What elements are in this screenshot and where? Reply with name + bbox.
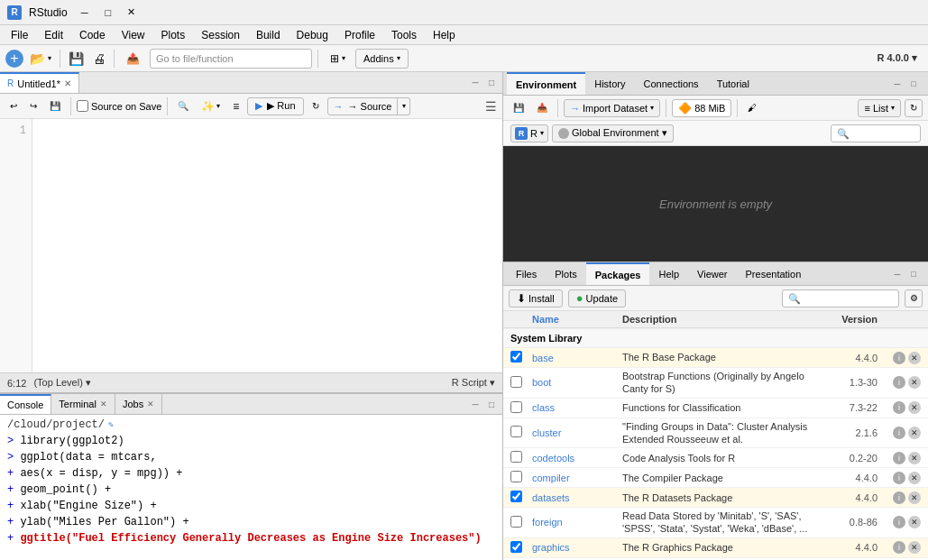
pkg-name-boot[interactable]: boot: [532, 377, 622, 388]
editor-tab-untitled1[interactable]: R Untitled1* ✕: [0, 72, 79, 93]
undo-button[interactable]: ↩: [5, 97, 22, 115]
menu-profile[interactable]: Profile: [337, 27, 382, 43]
addins-button[interactable]: Addins ▾: [355, 49, 409, 69]
close-button[interactable]: ✕: [122, 5, 142, 21]
env-load-button[interactable]: 📥: [532, 99, 552, 117]
magic-button[interactable]: ✨ ▾: [197, 97, 225, 115]
pkg-name-class[interactable]: class: [532, 402, 622, 413]
pkg-checkbox-cluster[interactable]: [510, 426, 522, 437]
menu-code[interactable]: Code: [72, 27, 113, 43]
console-tab-console[interactable]: Console: [0, 394, 51, 414]
pkg-checkbox-base[interactable]: [510, 351, 522, 363]
console-tab-jobs[interactable]: Jobs ✕: [115, 394, 162, 414]
maximize-button[interactable]: □: [98, 5, 118, 21]
redo-button[interactable]: ↪: [25, 97, 41, 115]
minimize-button[interactable]: ─: [75, 5, 95, 21]
terminal-tab-close[interactable]: ✕: [100, 399, 107, 409]
pkg-checkbox-compiler[interactable]: [510, 471, 522, 482]
editor-save-button[interactable]: 💾: [45, 97, 65, 115]
source-button[interactable]: → → Source: [327, 97, 399, 115]
source-dropdown[interactable]: ▾: [398, 97, 410, 115]
editor-menu-button[interactable]: ☰: [485, 99, 497, 114]
menu-view[interactable]: View: [115, 27, 152, 43]
pkg-name-compiler[interactable]: compiler: [532, 473, 622, 483]
menu-debug[interactable]: Debug: [289, 27, 335, 43]
pkg-del-btn-graphics[interactable]: ✕: [908, 541, 921, 554]
pkg-del-btn-compiler[interactable]: ✕: [908, 472, 921, 484]
pkg-name-graphics[interactable]: graphics: [532, 542, 622, 553]
editor-tab-close[interactable]: ✕: [64, 78, 71, 88]
pkg-checkbox-boot[interactable]: [510, 376, 522, 388]
tab-files[interactable]: Files: [507, 262, 546, 285]
pkg-info-btn-codetools[interactable]: i: [893, 452, 905, 464]
format-button[interactable]: ≡: [228, 97, 243, 115]
env-minimize-btn[interactable]: ─: [890, 77, 905, 91]
search-button[interactable]: 🔍: [173, 97, 193, 115]
pkg-del-btn-boot[interactable]: ✕: [908, 376, 921, 389]
pkg-info-btn-cluster[interactable]: i: [893, 427, 905, 439]
tab-maximize-btn[interactable]: □: [484, 76, 499, 90]
pkg-info-btn-compiler[interactable]: i: [893, 472, 905, 484]
console-tab-terminal[interactable]: Terminal ✕: [51, 394, 115, 414]
source-on-save-checkbox[interactable]: [77, 100, 88, 112]
pkg-del-btn-class[interactable]: ✕: [908, 401, 921, 414]
pkg-settings-button[interactable]: ⚙: [905, 289, 923, 308]
pkg-info-btn-class[interactable]: i: [893, 401, 905, 414]
pkg-info-btn-graphics[interactable]: i: [893, 541, 905, 554]
update-button[interactable]: ● Update: [568, 289, 626, 308]
global-env-dropdown[interactable]: Global Environment ▾: [552, 124, 674, 142]
pkg-info-btn-datasets[interactable]: i: [893, 491, 905, 504]
pkg-minimize-btn[interactable]: ─: [890, 267, 905, 281]
pkg-del-btn-codetools[interactable]: ✕: [908, 452, 921, 464]
run-button[interactable]: ▶ ▶ Run: [247, 97, 303, 115]
menu-plots[interactable]: Plots: [154, 27, 193, 43]
env-save-button[interactable]: 💾: [509, 99, 528, 117]
pkg-info-btn-boot[interactable]: i: [893, 376, 905, 389]
pkg-maximize-btn[interactable]: □: [906, 267, 921, 281]
env-brush-button[interactable]: 🖌: [743, 99, 761, 117]
pkg-name-base[interactable]: base: [532, 353, 622, 363]
rerun-button[interactable]: ↻: [308, 97, 324, 115]
list-button[interactable]: ≡ List ▾: [858, 99, 901, 117]
pkg-info-btn-foreign[interactable]: i: [893, 516, 905, 528]
publish-button[interactable]: 📤: [120, 49, 146, 69]
pkg-search-input[interactable]: [782, 289, 899, 308]
new-file-button[interactable]: +: [5, 50, 23, 68]
menu-help[interactable]: Help: [426, 27, 463, 43]
import-dataset-button[interactable]: → Import Dataset ▾: [564, 99, 660, 117]
code-editor[interactable]: [32, 119, 502, 372]
menu-tools[interactable]: Tools: [384, 27, 424, 43]
level-dropdown-icon[interactable]: ▾: [86, 377, 91, 388]
install-button[interactable]: ⬇ Install: [509, 289, 563, 308]
pkg-checkbox-datasets[interactable]: [510, 491, 522, 502]
tab-viewer[interactable]: Viewer: [688, 262, 736, 285]
pkg-name-codetools[interactable]: codetools: [532, 453, 622, 464]
env-refresh-button[interactable]: ↻: [905, 99, 923, 117]
env-search-input[interactable]: [831, 124, 921, 142]
r-version-label[interactable]: R 4.0.0 ▾: [877, 52, 923, 64]
r-selector-dropdown[interactable]: R R ▾: [510, 124, 548, 142]
jobs-tab-close[interactable]: ✕: [147, 399, 154, 409]
print-button[interactable]: 🖨: [90, 49, 108, 69]
pkg-del-btn-datasets[interactable]: ✕: [908, 491, 921, 504]
menu-session[interactable]: Session: [194, 27, 247, 43]
save-button[interactable]: 💾: [66, 49, 87, 69]
pkg-info-btn-base[interactable]: i: [893, 352, 905, 364]
menu-edit[interactable]: Edit: [37, 27, 70, 43]
console-minimize-btn[interactable]: ─: [468, 397, 482, 411]
tab-presentation[interactable]: Presentation: [737, 262, 811, 285]
pkg-del-btn-cluster[interactable]: ✕: [908, 427, 921, 439]
tab-minimize-btn[interactable]: ─: [468, 76, 482, 90]
tab-plots[interactable]: Plots: [546, 262, 585, 285]
tab-help[interactable]: Help: [649, 262, 688, 285]
pkg-checkbox-graphics[interactable]: [510, 541, 522, 553]
pkg-del-btn-foreign[interactable]: ✕: [908, 516, 921, 528]
pkg-checkbox-codetools[interactable]: [510, 451, 522, 463]
pkg-checkbox-class[interactable]: [510, 401, 522, 413]
menu-build[interactable]: Build: [249, 27, 288, 43]
pkg-name-cluster[interactable]: cluster: [532, 427, 622, 438]
type-dropdown-icon[interactable]: ▾: [490, 377, 495, 388]
layout-button[interactable]: ⊞ ▾: [324, 49, 352, 69]
tab-packages[interactable]: Packages: [586, 262, 650, 285]
pkg-name-foreign[interactable]: foreign: [532, 517, 622, 528]
